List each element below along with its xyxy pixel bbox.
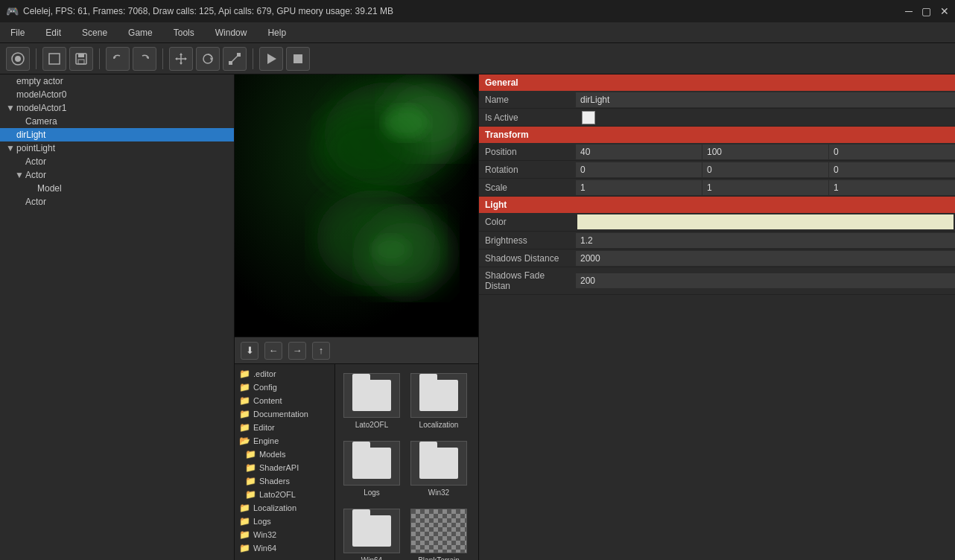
menu-scene[interactable]: Scene <box>77 26 112 39</box>
folder-icon: 📁 <box>245 489 256 500</box>
download-button[interactable]: ⬇ <box>241 342 258 360</box>
rotate-tool-button[interactable] <box>196 47 220 71</box>
asset-win64[interactable]: Win64 <box>341 506 402 560</box>
tree-item-dirLight[interactable]: dirLight <box>0 128 234 141</box>
folder-win32[interactable]: 📁Win32 <box>235 528 334 541</box>
folder-icon: 📁 <box>239 395 250 406</box>
back-button[interactable]: ← <box>264 342 282 360</box>
folder-models[interactable]: 📁Models <box>235 448 334 461</box>
brightness-input[interactable] <box>576 233 955 248</box>
save-button[interactable] <box>69 47 93 71</box>
menu-game[interactable]: Game <box>124 26 157 39</box>
scale-tool-button[interactable] <box>223 47 247 71</box>
svg-point-23 <box>361 212 451 294</box>
forward-button[interactable]: → <box>288 342 306 360</box>
tree-item-modelActor1[interactable]: ▼modelActor1 <box>0 101 234 115</box>
folder-logs[interactable]: 📁Logs <box>235 515 334 528</box>
titlebar-controls[interactable]: ─ ▢ ✕ <box>905 5 949 17</box>
asset-logs[interactable]: Logs <box>341 438 402 500</box>
tree-item-actor1[interactable]: Actor <box>0 155 234 168</box>
asset-lato2ofl[interactable]: Lato2OFL <box>341 370 402 432</box>
tree-item-camera[interactable]: Camera <box>0 115 234 128</box>
close-button[interactable]: ✕ <box>940 5 949 17</box>
general-section-header: General <box>479 74 955 91</box>
asset-win32[interactable]: Win32 <box>408 438 469 500</box>
redo-button[interactable] <box>133 47 156 71</box>
isactive-checkbox[interactable] <box>582 111 595 124</box>
move-tool-button[interactable] <box>169 47 193 71</box>
scale-z-input[interactable] <box>829 180 955 195</box>
folder-content[interactable]: 📁Content <box>235 394 334 407</box>
folder-shaders[interactable]: 📁Shaders <box>235 474 334 488</box>
menu-window[interactable]: Window <box>211 26 252 39</box>
svg-point-19 <box>324 82 458 186</box>
prop-row-shadows-distance: Shadows Distance <box>479 249 955 267</box>
menu-edit[interactable]: Edit <box>41 26 66 39</box>
tree-item-empty-actor[interactable]: empty actor <box>0 74 234 88</box>
scale-y-input[interactable] <box>702 180 828 195</box>
folder-lato2ofl[interactable]: 📁Lato2OFL <box>235 488 334 501</box>
prop-label-scale: Scale <box>479 179 576 196</box>
folder-localization[interactable]: 📁Localization <box>235 501 334 515</box>
logo-button[interactable] <box>6 47 30 71</box>
prop-label-position: Position <box>479 144 576 160</box>
folder-editor[interactable]: 📁.editor <box>235 367 334 381</box>
shadows-distance-input[interactable] <box>576 251 955 266</box>
asset-localization[interactable]: Localization <box>408 370 469 432</box>
prop-row-position: Position <box>479 143 955 161</box>
position-z-input[interactable] <box>829 144 955 159</box>
tree-item-modelActor0[interactable]: modelActor0 <box>0 88 234 101</box>
position-y-input[interactable] <box>702 144 828 159</box>
asset-thumbnail <box>343 373 400 418</box>
maximize-button[interactable]: ▢ <box>921 5 931 17</box>
rotation-y-input[interactable] <box>702 162 828 177</box>
up-button[interactable]: ↑ <box>312 342 330 360</box>
folder-config[interactable]: 📁Config <box>235 381 334 394</box>
svg-rect-16 <box>229 61 232 65</box>
content-browser-body: 📁.editor 📁Config 📁Content 📁Documentation… <box>235 364 478 560</box>
menu-help[interactable]: Help <box>263 26 291 39</box>
tree-item-actor3[interactable]: Actor <box>0 195 234 209</box>
menubar: File Edit Scene Game Tools Window Help <box>0 22 955 43</box>
svg-rect-4 <box>78 54 84 57</box>
rotation-z-input[interactable] <box>829 162 955 177</box>
viewport[interactable] <box>235 74 478 337</box>
undo-button[interactable] <box>106 47 130 71</box>
asset-label: Win64 <box>361 556 382 560</box>
center-panel: ⬇ ← → ↑ 📁.editor 📁Config 📁Content <box>235 74 478 560</box>
asset-thumbnail <box>410 441 467 486</box>
stop-button[interactable] <box>286 47 310 71</box>
asset-blank-terrain[interactable]: BlankTerrain <box>408 506 469 560</box>
menu-file[interactable]: File <box>6 26 29 39</box>
viewport-visual <box>235 74 478 337</box>
prop-row-name: Name <box>479 91 955 109</box>
scene-icon-button[interactable] <box>42 47 66 71</box>
tree-item-actor2[interactable]: ▼Actor <box>0 168 234 182</box>
name-input[interactable] <box>576 92 955 107</box>
shadows-fade-input[interactable] <box>576 273 955 288</box>
svg-point-1 <box>15 56 21 62</box>
position-x-input[interactable] <box>576 144 702 159</box>
expand-icon: ▼ <box>6 143 16 153</box>
tree-item-pointLight[interactable]: ▼pointLight <box>0 141 234 155</box>
svg-rect-2 <box>49 54 60 64</box>
folder-engine[interactable]: 📂Engine <box>235 434 334 448</box>
menu-tools[interactable]: Tools <box>169 26 199 39</box>
folder-icon: 📁 <box>239 503 250 513</box>
folder-win64[interactable]: 📁Win64 <box>235 541 334 555</box>
prop-value-rotation <box>576 162 955 177</box>
rotation-x-input[interactable] <box>576 162 702 177</box>
folder-icon: 📁 <box>245 449 256 459</box>
folder-documentation[interactable]: 📁Documentation <box>235 407 334 421</box>
color-picker[interactable] <box>577 214 954 229</box>
prop-value-name <box>576 92 955 107</box>
folder-shaderapi[interactable]: 📁ShaderAPI <box>235 461 334 474</box>
play-button[interactable] <box>259 47 283 71</box>
folder-editor2[interactable]: 📁Editor <box>235 421 334 434</box>
tree-item-model[interactable]: Model <box>0 182 234 195</box>
expand-icon: ▼ <box>6 103 16 113</box>
minimize-button[interactable]: ─ <box>905 5 913 17</box>
folder-icon: 📁 <box>245 462 256 473</box>
toolbar-sep-2 <box>99 48 100 69</box>
scale-x-input[interactable] <box>576 180 702 195</box>
